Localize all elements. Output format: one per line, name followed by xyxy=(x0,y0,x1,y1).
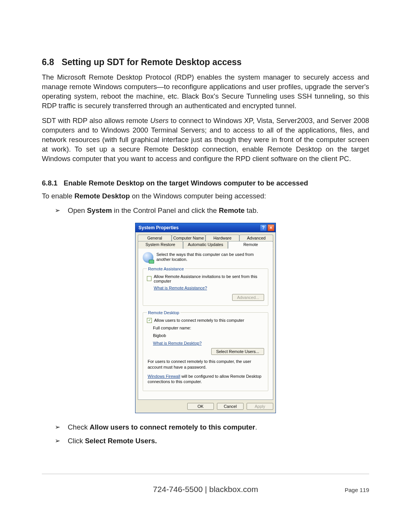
tab-automatic-updates[interactable]: Automatic Updates xyxy=(183,241,228,249)
ra-help-link[interactable]: What is Remote Assistance? xyxy=(154,286,207,290)
rd-checkbox-label: Allow users to connect remotely to this … xyxy=(154,318,244,323)
lead-b: Remote Desktop xyxy=(74,192,130,200)
remote-assistance-group: Remote Assistance ✓ Allow Remote Assista… xyxy=(143,267,268,306)
rd-fullname-value: Bigbob xyxy=(153,333,264,338)
tab-computer-name[interactable]: Computer Name xyxy=(172,235,206,241)
subsection-lead: To enable Remote Desktop on the Windows … xyxy=(42,192,369,200)
apply-button[interactable]: Apply xyxy=(247,403,273,410)
tab-advanced[interactable]: Advanced xyxy=(239,235,273,241)
tab-system-restore[interactable]: System Restore xyxy=(138,241,183,249)
rd-fullname-label: Full computer name: xyxy=(153,325,264,331)
remote-desktop-group: Remote Desktop ✓ Allow users to connect … xyxy=(143,310,268,391)
dialog-footer: OK Cancel Apply xyxy=(135,400,276,413)
p2-a: SDT with RDP also allows remote xyxy=(42,117,150,125)
lead-a: To enable xyxy=(42,192,74,200)
help-button[interactable]: ? xyxy=(260,224,267,231)
p2-em: Users xyxy=(150,117,169,125)
rd-legend: Remote Desktop xyxy=(147,310,180,315)
ra-legend: Remote Assistance xyxy=(147,267,185,271)
intro-text: Select the ways that this computer can b… xyxy=(156,252,268,263)
tab-general[interactable]: General xyxy=(138,235,172,241)
tab-row-1: General Computer Name Hardware Advanced xyxy=(138,235,273,241)
dialog-titlebar: System Properties ? × xyxy=(135,223,276,232)
ra-advanced-button[interactable]: Advanced... xyxy=(232,294,264,301)
footer-page-number: Page 119 xyxy=(345,487,369,493)
rd-note-2: Windows Firewall will be configured to a… xyxy=(148,374,263,385)
system-properties-dialog: System Properties ? × General Computer N… xyxy=(135,223,276,413)
rd-note-1: For users to connect remotely to this co… xyxy=(148,359,263,370)
bullet-open-system: Open System in the Control Panel and cli… xyxy=(55,206,369,216)
bullet-check-allow: Check Allow users to connect remotely to… xyxy=(55,422,369,433)
page-footer: 724-746-5500 | blackbox.com Page 119 xyxy=(42,474,369,494)
step-list-top: Open System in the Control Panel and cli… xyxy=(55,206,369,216)
footer-contact: 724-746-5500 | blackbox.com xyxy=(153,485,258,494)
cancel-button[interactable]: Cancel xyxy=(217,403,244,410)
tab-row-2: System Restore Automatic Updates Remote xyxy=(138,241,273,249)
paragraph-2: SDT with RDP also allows remote Users to… xyxy=(42,116,369,164)
lead-c: on the Windows computer being accessed: xyxy=(130,192,266,200)
remote-icon xyxy=(143,252,153,263)
rd-checkbox[interactable]: ✓ xyxy=(147,318,152,323)
close-button[interactable]: × xyxy=(268,224,274,231)
section-number: 6.8 xyxy=(42,57,54,67)
select-remote-users-button[interactable]: Select Remote Users... xyxy=(211,348,264,355)
ok-button[interactable]: OK xyxy=(187,403,214,410)
subsection-heading: 6.8.1Enable Remote Desktop on the target… xyxy=(42,179,369,187)
subsection-number: 6.8.1 xyxy=(42,179,57,187)
tab-body: Select the ways that this computer can b… xyxy=(138,248,273,400)
tab-hardware[interactable]: Hardware xyxy=(206,235,239,241)
paragraph-1: The Microsoft Remote Desktop Protocol (R… xyxy=(42,73,369,111)
section-title-text: Setting up SDT for Remote Desktop access xyxy=(62,57,242,67)
windows-firewall-link[interactable]: Windows Firewall xyxy=(148,374,180,379)
tab-remote[interactable]: Remote xyxy=(228,241,273,249)
dialog-title: System Properties xyxy=(139,225,178,230)
footer-divider xyxy=(42,474,369,474)
bullet-click-select: Click Select Remote Users. xyxy=(55,436,369,446)
rd-help-link[interactable]: What is Remote Desktop? xyxy=(153,341,202,345)
ra-checkbox[interactable]: ✓ xyxy=(147,276,151,281)
dialog-figure: System Properties ? × General Computer N… xyxy=(42,223,369,413)
ra-checkbox-label: Allow Remote Assistance invitations to b… xyxy=(154,274,264,283)
section-heading: 6.8Setting up SDT for Remote Desktop acc… xyxy=(42,57,369,67)
step-list-bottom: Check Allow users to connect remotely to… xyxy=(55,422,369,447)
subsection-title: Enable Remote Desktop on the target Wind… xyxy=(64,179,308,187)
